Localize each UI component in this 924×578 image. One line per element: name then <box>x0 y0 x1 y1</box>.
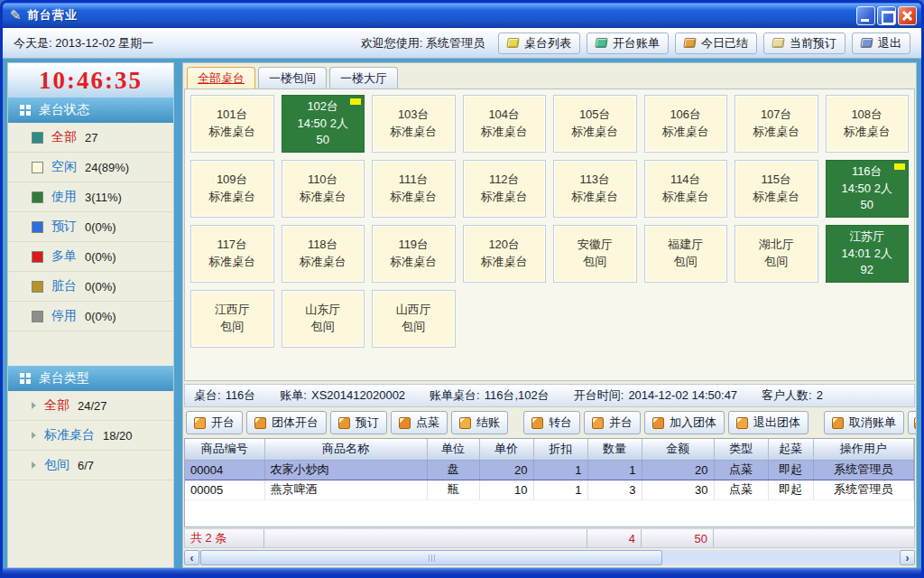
cancel-bill-button[interactable]: 取消账单 <box>824 411 904 434</box>
status-section-title: 桌台状态 <box>39 102 89 118</box>
table-card[interactable]: 118台标准桌台 <box>282 225 365 283</box>
minimize-button[interactable] <box>856 6 875 25</box>
table-card[interactable]: 112台标准桌台 <box>463 160 547 218</box>
status-swatch-icon <box>32 251 43 263</box>
table-list-button[interactable]: 桌台列表 <box>498 33 580 54</box>
type-item[interactable]: 全部24/27 <box>8 391 173 421</box>
topbar-buttons: 桌台列表开台账单今日已结当前预订退出 <box>498 33 910 54</box>
table-card[interactable]: 107台标准桌台 <box>735 95 818 153</box>
top-bar: 今天是: 2013-12-02 星期一 欢迎您使用: 系统管理员 桌台列表开台账… <box>3 28 921 59</box>
order-cell: 30 <box>642 480 714 499</box>
arrow-right-icon <box>32 432 36 439</box>
order-cell: 3 <box>587 480 642 499</box>
cancel-bill-icon <box>832 417 844 429</box>
table-card[interactable]: 福建厅包间 <box>644 225 728 283</box>
table-card[interactable]: 山西厅包间 <box>372 290 456 348</box>
action-toolbar: 开台团体开台预订点菜结账转台并台加入团体退出团体取消账单 <box>184 407 915 438</box>
scrollbar-track[interactable] <box>199 550 900 565</box>
sidebar: 10:46:35 桌台状态 全部27空闲24(89%)使用3(11%)预订0(0… <box>7 62 174 568</box>
settled-today-button[interactable]: 今日已结 <box>675 33 757 54</box>
status-item[interactable]: 多单0(0%) <box>8 242 173 272</box>
transfer-table-button[interactable]: 转台 <box>523 411 580 434</box>
status-item[interactable]: 预订0(0%) <box>8 212 173 242</box>
tab-1[interactable]: 全部桌台 <box>187 67 255 89</box>
arrow-right-icon <box>32 402 36 409</box>
sidebar-spacer <box>8 331 173 366</box>
group-open-button[interactable]: 团体开台 <box>246 411 327 434</box>
status-item[interactable]: 脏台0(0%) <box>8 272 173 302</box>
column-header: 类型 <box>714 439 768 460</box>
table-card[interactable]: 103台标准桌台 <box>372 95 456 153</box>
status-item[interactable]: 停用0(0%) <box>8 302 173 331</box>
table-card[interactable]: 106台标准桌台 <box>644 95 728 153</box>
table-card[interactable]: 111台标准桌台 <box>372 160 456 218</box>
order-cell: 农家小炒肉 <box>264 460 427 480</box>
table-card[interactable]: 102台14:50 2人50 <box>282 95 365 153</box>
summary-count: 共 2 条 <box>185 529 264 547</box>
table-card[interactable]: 109台标准桌台 <box>190 160 274 218</box>
maximize-button[interactable] <box>877 6 896 25</box>
type-section-title: 桌台类型 <box>39 370 89 387</box>
table-card[interactable]: 119台标准桌台 <box>372 225 456 283</box>
main-panel: 全部桌台一楼包间一楼大厅 101台标准桌台102台14:50 2人50103台标… <box>182 62 917 568</box>
tab-3[interactable]: 一楼大厅 <box>329 67 398 89</box>
scrollbar-thumb[interactable] <box>200 550 662 565</box>
table-card[interactable]: 山东厅包间 <box>282 290 365 348</box>
table-card[interactable]: 江苏厅14:01 2人92 <box>826 225 910 283</box>
table-card[interactable]: 116台14:50 2人50 <box>826 160 910 218</box>
table-card[interactable]: 104台标准桌台 <box>463 95 547 153</box>
summary-cell <box>813 529 914 547</box>
reserve-button[interactable]: 预订 <box>330 411 387 434</box>
status-section-header: 桌台状态 <box>8 98 173 123</box>
clipped-action-button[interactable] <box>908 411 917 434</box>
close-button[interactable] <box>898 6 917 25</box>
open-bills-button[interactable]: 开台账单 <box>587 33 669 54</box>
table-card[interactable]: 114台标准桌台 <box>644 160 728 218</box>
tab-2[interactable]: 一楼包间 <box>258 67 327 89</box>
table-card[interactable]: 120台标准桌台 <box>463 225 547 283</box>
table-grid-zone: 101台标准桌台102台14:50 2人50103台标准桌台104台标准桌台10… <box>184 89 915 381</box>
exit-icon <box>860 38 873 48</box>
order-cell: 燕京啤酒 <box>264 480 427 499</box>
scroll-right-button[interactable] <box>900 550 915 565</box>
scroll-left-button[interactable] <box>184 550 199 565</box>
open-table-button[interactable]: 开台 <box>186 411 243 434</box>
order-cell: 盘 <box>427 460 479 480</box>
table-card[interactable]: 安徽厅包间 <box>553 225 637 283</box>
table-card[interactable]: 108台标准桌台 <box>826 95 910 153</box>
order-cell: 点菜 <box>714 480 768 499</box>
table-cards: 101台标准桌台102台14:50 2人50103台标准桌台104台标准桌台10… <box>190 95 909 348</box>
status-item[interactable]: 全部27 <box>8 123 173 153</box>
column-header: 起菜 <box>768 439 813 460</box>
table-card[interactable]: 117台标准桌台 <box>190 225 274 283</box>
order-row[interactable]: 00005燕京啤酒瓶101330点菜即起系统管理员 <box>185 480 914 499</box>
type-item[interactable]: 包间6/7 <box>8 451 173 480</box>
status-item[interactable]: 空闲24(89%) <box>8 153 173 182</box>
type-list: 全部24/27标准桌台18/20包间6/7 <box>8 391 173 480</box>
welcome-label: 欢迎您使用: 系统管理员 <box>361 35 485 51</box>
table-card[interactable]: 110台标准桌台 <box>282 160 365 218</box>
table-card[interactable]: 113台标准桌台 <box>553 160 637 218</box>
leave-group-icon <box>736 417 748 429</box>
checkout-button[interactable]: 结账 <box>451 411 508 434</box>
new-order-tag-icon <box>350 98 361 105</box>
table-card[interactable]: 101台标准桌台 <box>190 95 274 153</box>
merge-table-button[interactable]: 并台 <box>584 411 641 434</box>
exit-button[interactable]: 退出 <box>852 33 910 54</box>
order-row[interactable]: 00004农家小炒肉盘201120点菜即起系统管理员 <box>185 460 914 480</box>
table-card[interactable]: 江西厅包间 <box>190 290 274 348</box>
order-cell: 系统管理员 <box>813 460 914 480</box>
join-group-button[interactable]: 加入团体 <box>644 411 725 434</box>
leave-group-button[interactable]: 退出团体 <box>728 411 808 434</box>
type-item[interactable]: 标准桌台18/20 <box>8 421 173 451</box>
status-item[interactable]: 使用3(11%) <box>8 182 173 212</box>
table-card[interactable]: 115台标准桌台 <box>735 160 818 218</box>
order-dishes-button[interactable]: 点菜 <box>391 411 448 434</box>
info-field: 开台时间:2014-12-02 14:50:47 <box>574 387 737 404</box>
app-icon <box>7 7 23 23</box>
table-card[interactable]: 105台标准桌台 <box>553 95 637 153</box>
app-window: 前台营业 今天是: 2013-12-02 星期一 欢迎您使用: 系统管理员 桌台… <box>0 0 924 578</box>
current-reservations-button[interactable]: 当前预订 <box>763 33 845 54</box>
join-group-icon <box>652 417 664 429</box>
table-card[interactable]: 湖北厅包间 <box>735 225 818 283</box>
